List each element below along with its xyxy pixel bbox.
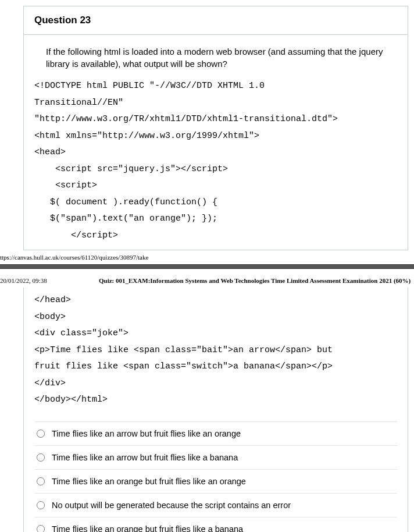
answer-option[interactable]: Time flies like an orange but fruit flie…	[34, 517, 397, 533]
question-header: Question 23	[24, 6, 408, 35]
answer-option[interactable]: Time flies like an orange but fruit flie…	[34, 469, 397, 493]
radio-icon[interactable]	[37, 430, 45, 438]
question-body: If the following html is loaded into a m…	[24, 35, 408, 250]
question-card-continued: </head> <body> <div class="joke"> <p>Tim…	[23, 288, 408, 532]
radio-icon[interactable]	[37, 501, 45, 509]
answer-option[interactable]: Time flies like an arrow but fruit flies…	[34, 421, 397, 445]
page-break	[0, 264, 414, 269]
answer-label: Time flies like an orange but fruit flie…	[52, 524, 243, 533]
code-block-bottom: </head> <body> <div class="joke"> <p>Tim…	[34, 292, 397, 409]
print-date: 20/01/2022, 09:38	[0, 277, 99, 284]
answer-label: Time flies like an orange but fruit flie…	[52, 477, 246, 486]
code-block-top: <!DOCTYPE html PUBLIC "-//W3C//DTD XHTML…	[34, 78, 397, 244]
print-quiz-title: Quiz: 001_EXAM:Information Systems and W…	[99, 277, 411, 284]
answer-label: Time flies like an arrow but fruit flies…	[52, 453, 238, 462]
question-prompt: If the following html is loaded into a m…	[34, 45, 397, 78]
radio-icon[interactable]	[37, 525, 45, 533]
radio-icon[interactable]	[37, 453, 45, 462]
answer-option[interactable]: No output will be generated because the …	[34, 493, 397, 517]
question-card: Question 23 If the following html is loa…	[23, 6, 408, 250]
answer-list: Time flies like an arrow but fruit flies…	[34, 421, 397, 533]
answer-label: No output will be generated because the …	[52, 501, 291, 510]
answer-label: Time flies like an arrow but fruit flies…	[52, 429, 241, 438]
page-footer-url: ttps://canvas.hull.ac.uk/courses/61120/q…	[0, 250, 414, 263]
question-number: Question 23	[34, 15, 91, 26]
radio-icon[interactable]	[37, 477, 45, 485]
answer-option[interactable]: Time flies like an arrow but fruit flies…	[34, 445, 397, 469]
print-header: 20/01/2022, 09:38 Quiz: 001_EXAM:Informa…	[0, 269, 414, 288]
